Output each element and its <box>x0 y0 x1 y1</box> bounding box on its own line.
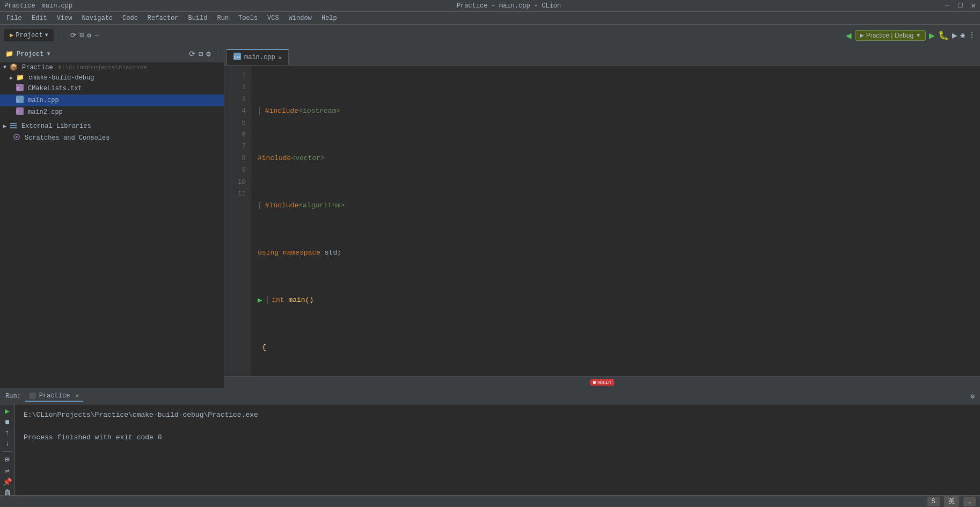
svg-rect-8 <box>10 125 17 126</box>
svg-rect-9 <box>10 127 17 128</box>
menu-view[interactable]: View <box>53 13 77 23</box>
run-settings-icon[interactable]: ⚙ <box>970 392 975 401</box>
menu-code[interactable]: Code <box>118 13 142 23</box>
toolbar-breadcrumb-main: ⟳ ⊟ ⚙ — <box>70 31 98 40</box>
practice-path: E:\CLionProjects\Practice <box>58 64 147 71</box>
tree-item-main-cpp[interactable]: C main.cpp <box>0 95 224 106</box>
menu-file[interactable]: File <box>2 13 26 23</box>
cpp-main-icon: C <box>16 96 24 105</box>
window-controls: ─ □ ✕ <box>945 1 976 10</box>
cpp-main2-icon: C <box>16 107 24 117</box>
function-badge[interactable]: ■ main <box>590 379 614 386</box>
run-tab-practice[interactable]: Practice ✕ <box>25 391 83 402</box>
profile-button[interactable]: ◉ <box>961 31 965 40</box>
project-sidebar: 📁 Project ▼ ⟳ ⊟ ⚙ — ▼ 📦 Practice E:\CLio… <box>0 46 224 388</box>
menu-refactor[interactable]: Refactor <box>143 13 183 23</box>
file-tab-title[interactable]: main.cpp <box>42 2 73 10</box>
sidebar-minimize-icon[interactable]: — <box>214 49 218 59</box>
menu-edit[interactable]: Edit <box>27 13 52 23</box>
settings-icon[interactable]: ⚙ <box>87 31 91 40</box>
run-output: Process finished with exit code 0 <box>24 432 971 444</box>
ime-s-btn[interactable]: S <box>927 497 940 506</box>
project-breadcrumb[interactable]: ▶ Project ▼ <box>4 29 54 41</box>
panel-layout-button[interactable]: ⊞ <box>2 455 13 464</box>
trash-button[interactable]: 🗑 <box>2 489 13 495</box>
scroll-up-button[interactable]: ↑ <box>2 429 13 437</box>
minimize-btn[interactable]: ─ <box>945 1 949 10</box>
cmake-build-label: cmake-build-debug <box>28 74 94 82</box>
wrap-button[interactable]: ⇌ <box>2 466 13 475</box>
cmake-file-icon: C <box>16 84 24 93</box>
include-path-1: <iostream> <box>298 105 340 117</box>
tree-item-cmakelists[interactable]: C CMakeLists.txt <box>0 83 224 95</box>
tree-item-practice[interactable]: ▼ 📦 Practice E:\CLionProjects\Practice <box>0 62 224 73</box>
external-libs-label: External Libraries <box>21 122 91 130</box>
tree-item-external-libs[interactable]: ▶ External Libraries <box>0 120 224 132</box>
scroll-down-button[interactable]: ↓ <box>2 439 13 448</box>
project-breadcrumb-label: Project <box>16 32 42 39</box>
pin-button[interactable]: 📌 <box>2 477 13 487</box>
include-path-2: <vector> <box>291 153 324 164</box>
menu-build[interactable]: Build <box>184 13 211 23</box>
navigate-back-icon[interactable]: ◀ <box>846 30 852 41</box>
sidebar-dropdown-icon[interactable]: ▼ <box>47 51 50 57</box>
tree-item-cmake-build[interactable]: ▶ 📁 cmake-build-debug <box>0 73 224 83</box>
run-tab-close[interactable]: ✕ <box>75 392 79 399</box>
editor-tab-main-cpp[interactable]: C++ main.cpp ✕ <box>226 49 289 65</box>
debug-button[interactable]: 🐛 <box>938 30 949 41</box>
ime-more-btn[interactable]: … <box>963 497 976 506</box>
stop-button[interactable]: ■ <box>2 418 13 426</box>
tree-arrow-external: ▶ <box>3 123 6 129</box>
sidebar-collapse-icon[interactable]: ⊟ <box>199 49 203 59</box>
run-config-button[interactable]: ▶ Practice | Debug ▼ <box>855 30 926 41</box>
code-line-3: ⌠#include<algorithm> <box>258 200 976 212</box>
editor-tab-close[interactable]: ✕ <box>279 54 282 61</box>
title-bar: Practice main.cpp Practice - main.cpp - … <box>0 0 980 12</box>
sidebar-actions: ⟳ ⊟ ⚙ — <box>189 49 218 59</box>
collapse-icon[interactable]: ⊟ <box>79 31 84 40</box>
int-kw-5: int <box>272 294 284 306</box>
tree-item-main2-cpp[interactable]: C main2.cpp <box>0 106 224 118</box>
semi-1: ; <box>337 247 341 259</box>
scratches-label: Scratches and Consoles <box>25 134 109 142</box>
run-panel-content: E:\CLionProjects\Practice\cmake-build-de… <box>15 404 980 495</box>
svg-rect-7 <box>10 123 17 124</box>
project-dropdown-icon[interactable]: ▼ <box>45 32 48 38</box>
status-bar: S 英 … <box>0 495 980 507</box>
tree-item-scratches[interactable]: Scratches and Consoles <box>0 132 224 144</box>
close-btn[interactable]: ✕ <box>971 1 976 10</box>
code-content[interactable]: ⌠#include<iostream> #include<vector> ⌠#i… <box>251 66 980 376</box>
ime-en-btn[interactable]: 英 <box>944 496 959 507</box>
practice-label: Practice <box>22 64 53 71</box>
maximize-btn[interactable]: □ <box>958 1 962 10</box>
svg-text:C: C <box>17 86 20 91</box>
run-tab-icon <box>30 393 36 399</box>
folder-icon: 📁 <box>5 50 13 58</box>
space-1 <box>279 247 283 259</box>
window-title: Practice - main.cpp - CLion <box>457 2 561 10</box>
menu-window[interactable]: Window <box>284 13 316 23</box>
main-layout: 📁 Project ▼ ⟳ ⊟ ⚙ — ▼ 📦 Practice E:\CLio… <box>0 46 980 507</box>
menu-navigate[interactable]: Navigate <box>77 13 117 23</box>
menu-run[interactable]: Run <box>213 13 233 23</box>
sidebar-title-label: Project <box>17 50 43 58</box>
minimize-panel-icon[interactable]: — <box>94 31 99 39</box>
project-tab[interactable]: Practice <box>4 2 35 10</box>
scratches-icon <box>13 133 20 143</box>
coverage-button[interactable]: ▶ <box>952 30 957 41</box>
code-editor[interactable]: 1 2 3 4 5 6 7 8 9 10 11 ⌠#include<iostre… <box>224 66 980 376</box>
more-actions-icon[interactable]: ⋮ <box>968 31 976 40</box>
run-button[interactable]: ▶ <box>929 30 935 41</box>
sync-icon[interactable]: ⟳ <box>70 31 76 40</box>
rerun-button[interactable]: ▶ <box>2 407 13 416</box>
sidebar-settings-icon[interactable]: ⚙ <box>206 49 210 59</box>
svg-text:C: C <box>17 110 19 114</box>
cmakelists-label: CMakeLists.txt <box>28 85 82 92</box>
editor-tab-label: main.cpp <box>244 54 275 61</box>
sidebar-sync-icon[interactable]: ⟳ <box>189 49 195 59</box>
menu-help[interactable]: Help <box>317 13 341 23</box>
title-bar-left: Practice main.cpp <box>4 2 72 10</box>
menu-vcs[interactable]: VCS <box>263 13 283 23</box>
config-label: Practice | Debug <box>866 32 914 39</box>
menu-tools[interactable]: Tools <box>234 13 262 23</box>
